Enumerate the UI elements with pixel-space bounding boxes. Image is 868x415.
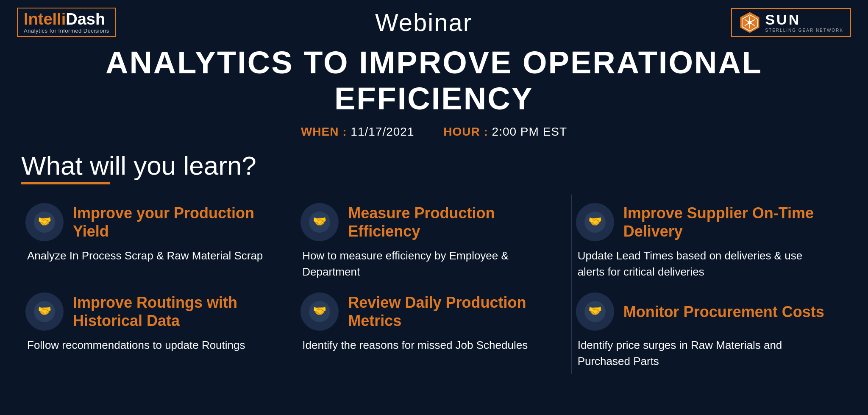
svg-text:🤝: 🤝 bbox=[313, 304, 327, 318]
sun-logo-text: SUN STERLLING GEAR NETWORK bbox=[765, 12, 843, 32]
item-5-title: Review Daily Production Metrics bbox=[348, 293, 554, 330]
svg-text:🤝: 🤝 bbox=[38, 304, 52, 318]
item-4-desc: Follow recommendations to update Routing… bbox=[25, 337, 279, 354]
svg-text:🤝: 🤝 bbox=[38, 214, 52, 228]
handshake-icon-5: 🤝 bbox=[300, 292, 339, 331]
header: IntelliDash Analytics for Informed Decis… bbox=[0, 0, 868, 41]
handshake-svg-2: 🤝 bbox=[309, 211, 331, 233]
sun-main-label: SUN bbox=[765, 12, 843, 28]
item-2-title: Measure Production Efficiency bbox=[348, 204, 554, 240]
handshake-icon-3: 🤝 bbox=[576, 203, 614, 241]
intelli-logo-text: IntelliDash bbox=[24, 11, 109, 27]
item-6-title: Monitor Procurement Costs bbox=[623, 303, 824, 321]
item-6-desc: Identify price surges in Raw Materials a… bbox=[576, 337, 830, 369]
when-label: WHEN : bbox=[301, 125, 347, 138]
sun-hex-icon bbox=[739, 11, 761, 33]
learn-item-6: 🤝 Monitor Procurement Costs Identify pri… bbox=[572, 284, 847, 373]
item-6-header: 🤝 Monitor Procurement Costs bbox=[576, 292, 830, 331]
when-value: 11/17/2021 bbox=[351, 125, 414, 138]
learn-item-2: 🤝 Measure Production Efficiency How to m… bbox=[296, 195, 571, 284]
handshake-svg-3: 🤝 bbox=[584, 211, 606, 233]
handshake-icon-1: 🤝 bbox=[25, 203, 64, 241]
handshake-svg-4: 🤝 bbox=[33, 301, 56, 323]
main-title: ANALYTICS TO IMPROVE OPERATIONAL EFFICIE… bbox=[17, 45, 851, 117]
section-heading: What will you learn? bbox=[0, 146, 868, 186]
intelli-logo-subtext: Analytics for Informed Decisions bbox=[24, 28, 109, 33]
item-1-desc: Analyze In Process Scrap & Raw Material … bbox=[25, 248, 279, 264]
learn-item-1: 🤝 Improve your Production Yield Analyze … bbox=[21, 195, 296, 284]
hour-value: 2:00 PM EST bbox=[492, 125, 568, 138]
learn-item-3: 🤝 Improve Supplier On-Time Delivery Upda… bbox=[572, 195, 847, 284]
intellidash-logo: IntelliDash Analytics for Informed Decis… bbox=[17, 8, 116, 37]
item-5-header: 🤝 Review Daily Production Metrics bbox=[300, 292, 554, 331]
item-3-desc: Update Lead Times based on deliveries & … bbox=[576, 248, 830, 280]
handshake-svg-6: 🤝 bbox=[584, 301, 606, 323]
sun-sub-label: STERLLING GEAR NETWORK bbox=[765, 28, 843, 33]
event-info: WHEN : 11/17/2021 HOUR : 2:00 PM EST bbox=[0, 123, 868, 146]
header-center: Webinar bbox=[116, 8, 732, 36]
item-1-header: 🤝 Improve your Production Yield bbox=[25, 203, 279, 241]
item-2-header: 🤝 Measure Production Efficiency bbox=[300, 203, 554, 241]
sun-logo: SUN STERLLING GEAR NETWORK bbox=[731, 8, 851, 37]
item-4-header: 🤝 Improve Routings with Historical Data bbox=[25, 292, 279, 331]
handshake-icon-4: 🤝 bbox=[25, 292, 64, 331]
item-1-title: Improve your Production Yield bbox=[73, 204, 279, 240]
main-title-section: ANALYTICS TO IMPROVE OPERATIONAL EFFICIE… bbox=[0, 41, 868, 123]
handshake-svg-5: 🤝 bbox=[309, 301, 331, 323]
learn-item-5: 🤝 Review Daily Production Metrics Identi… bbox=[296, 284, 571, 373]
svg-text:🤝: 🤝 bbox=[588, 304, 602, 318]
learn-item-4: 🤝 Improve Routings with Historical Data … bbox=[21, 284, 296, 373]
svg-text:🤝: 🤝 bbox=[313, 214, 327, 228]
heading-underline bbox=[21, 182, 110, 184]
item-2-desc: How to measure efficiency by Employee & … bbox=[300, 248, 554, 280]
learn-grid: 🤝 Improve your Production Yield Analyze … bbox=[0, 186, 868, 387]
item-4-title: Improve Routings with Historical Data bbox=[73, 293, 279, 330]
webinar-label: Webinar bbox=[116, 8, 732, 36]
svg-point-8 bbox=[748, 21, 751, 24]
handshake-svg-1: 🤝 bbox=[33, 211, 56, 233]
item-5-desc: Identify the reasons for missed Job Sche… bbox=[300, 337, 554, 354]
hour-label: HOUR : bbox=[443, 125, 488, 138]
item-3-header: 🤝 Improve Supplier On-Time Delivery bbox=[576, 203, 830, 241]
svg-text:🤝: 🤝 bbox=[588, 214, 602, 228]
learn-heading: What will you learn? bbox=[21, 150, 847, 181]
handshake-icon-6: 🤝 bbox=[576, 292, 614, 331]
handshake-icon-2: 🤝 bbox=[300, 203, 339, 241]
item-3-title: Improve Supplier On-Time Delivery bbox=[623, 204, 830, 240]
